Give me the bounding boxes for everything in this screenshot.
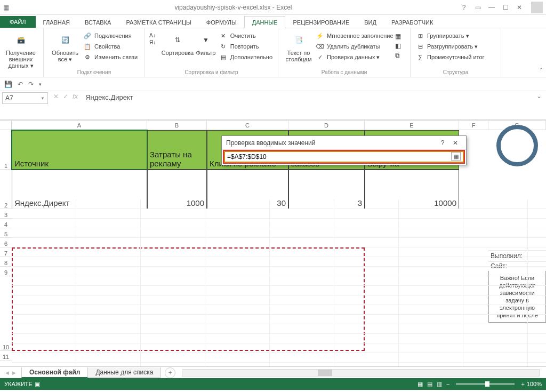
col-header-B[interactable]: B [147, 121, 207, 130]
row-header-6[interactable]: 6 [0, 238, 12, 247]
cell-D2[interactable]: 3 [288, 170, 365, 209]
remove-dup-icon: ⌫ [316, 42, 324, 51]
cell-E2[interactable]: 10000 [365, 170, 459, 209]
subtotal-button[interactable]: ∑Промежуточный итог [415, 52, 496, 62]
tab-review[interactable]: РЕЦЕНЗИРОВАНИЕ [285, 17, 357, 28]
view-pagebreak-icon[interactable]: ▥ [437, 381, 442, 388]
minimize-icon[interactable]: — [485, 2, 498, 13]
cell-B2[interactable]: 1000 [147, 170, 207, 209]
cell-C2[interactable]: 30 [207, 170, 288, 209]
advanced-filter-button[interactable]: ▤Дополнительно [218, 52, 274, 62]
row-header-4[interactable]: 4 [0, 219, 12, 228]
row-header-2[interactable]: 2 [0, 170, 12, 209]
dialog-help-icon[interactable]: ? [436, 139, 449, 147]
new-sheet-button[interactable]: + [165, 367, 175, 378]
filter-button[interactable]: ▼ Фильтр [194, 30, 218, 68]
save-icon[interactable]: 💾 [4, 81, 12, 88]
flash-fill-button[interactable]: ⚡Мгновенное заполнение [315, 30, 395, 41]
cell-B1[interactable]: Затраты на рекламу [147, 130, 207, 170]
name-box[interactable]: A7 ▼ [2, 92, 48, 104]
reapply-button[interactable]: ↻Повторить [218, 41, 274, 52]
macro-record-icon[interactable]: ▣ [35, 381, 40, 388]
expand-formula-bar-icon[interactable]: ⌄ [536, 91, 546, 100]
connections-button[interactable]: 🔗Подключения [82, 30, 140, 41]
sort-desc-button[interactable]: Я↓ [149, 39, 162, 45]
data-validation-button[interactable]: ✓Проверка данных ▾ [315, 52, 395, 62]
row-header-10[interactable]: 10 [0, 276, 12, 351]
row-header-9[interactable]: 9 [0, 267, 12, 276]
group-button[interactable]: ⊞Группировать ▾ [415, 30, 496, 41]
ungroup-button[interactable]: ⊟Разгруппировать ▾ [415, 41, 496, 52]
qat-customize-icon[interactable]: ▾ [39, 82, 42, 87]
horizontal-scrollbar[interactable] [182, 369, 540, 377]
collapse-ribbon-button[interactable]: ˄ [540, 67, 543, 75]
zoom-out-icon[interactable]: − [446, 381, 449, 387]
close-icon[interactable]: ✕ [513, 2, 526, 13]
view-normal-icon[interactable]: ▦ [417, 381, 423, 388]
range-picker-icon[interactable]: ▦ [451, 152, 461, 161]
cell-A1[interactable]: Источник [12, 130, 147, 170]
consolidate-icon[interactable]: ▦ [395, 33, 406, 40]
remove-duplicates-button[interactable]: ⌫Удалить дубликаты [315, 41, 395, 52]
zoom-in-icon[interactable]: + [521, 381, 524, 387]
col-header-C[interactable]: C [207, 121, 288, 130]
zoom-slider[interactable] [456, 383, 515, 385]
formula-bar-row: A7 ▼ ✕ ✓ fx Яндекс.Директ ⌄ [0, 91, 546, 120]
sheet-nav-first-icon[interactable]: ◀ [5, 370, 9, 375]
help-icon[interactable]: ? [457, 2, 470, 13]
user-avatar[interactable] [531, 2, 543, 13]
relations-icon[interactable]: ⧉ [395, 52, 406, 59]
sort-asc-button[interactable]: А↓ [149, 33, 162, 38]
row-header-8[interactable]: 8 [0, 257, 12, 267]
row-header-5[interactable]: 5 [0, 228, 12, 238]
formula-bar[interactable]: Яндекс.Директ [81, 91, 536, 101]
tab-data[interactable]: ДАННЫЕ [244, 16, 286, 28]
whatif-icon[interactable]: ◧ [395, 42, 406, 50]
name-box-dropdown-icon[interactable]: ▼ [41, 96, 45, 101]
sheet-nav-last-icon[interactable]: ▶ [12, 370, 16, 375]
dialog-range-input[interactable] [224, 151, 464, 163]
ribbon-opts-icon[interactable]: ▭ [471, 2, 484, 13]
select-all-corner[interactable] [0, 121, 12, 130]
edit-links-button[interactable]: ⚙Изменить связи [82, 52, 140, 62]
insert-function-icon[interactable]: fx [73, 92, 78, 100]
cancel-formula-icon[interactable]: ✕ [53, 93, 59, 100]
redo-icon[interactable]: ↷ [28, 81, 34, 88]
get-external-data-button[interactable]: 🗃️ Получение внешних данных ▾ [4, 30, 37, 69]
properties-button[interactable]: 📋Свойства [82, 41, 140, 52]
undo-icon[interactable]: ↶ [18, 81, 23, 88]
tab-file[interactable]: ФАЙЛ [0, 16, 36, 28]
col-header-A[interactable]: A [12, 121, 147, 130]
sheet-tab-listdata[interactable]: Данные для списка [87, 367, 161, 378]
col-header-F[interactable]: F [459, 121, 488, 130]
refresh-all-button[interactable]: 🔄 Обновить все ▾ [48, 30, 82, 68]
sort-button[interactable]: ⇅ Сортировка [162, 30, 194, 68]
tab-developer[interactable]: РАЗРАБОТЧИК [384, 17, 440, 28]
dialog-close-icon[interactable]: ✕ [449, 139, 462, 147]
clear-filter-button[interactable]: ✕Очистить [218, 30, 274, 41]
col-header-E[interactable]: E [365, 121, 459, 130]
text-to-columns-button[interactable]: 📑 Текст по столбцам [283, 30, 315, 68]
view-pagelayout-icon[interactable]: ▤ [427, 381, 432, 388]
tab-formulas[interactable]: ФОРМУЛЫ [199, 17, 244, 28]
column-headers: A B C D E F G [0, 121, 546, 130]
maximize-icon[interactable]: ☐ [499, 2, 512, 13]
enter-formula-icon[interactable]: ✓ [63, 93, 68, 100]
sheet-tab-main[interactable]: Основной файл [21, 367, 88, 378]
tab-view[interactable]: ВИД [357, 17, 384, 28]
ribbon-tabs: ФАЙЛ ГЛАВНАЯ ВСТАВКА РАЗМЕТКА СТРАНИЦЫ Ф… [0, 15, 546, 28]
row-header-1[interactable]: 1 [0, 130, 12, 170]
title-bar: ▦ vipadayoushiy-spisok-v-excel.xlsx - Ex… [0, 0, 546, 15]
row-header-7[interactable]: 7 [0, 247, 12, 257]
reapply-icon: ↻ [219, 42, 228, 51]
cell-A2[interactable]: Яндекс.Директ [12, 170, 147, 209]
external-data-icon: 🗃️ [12, 31, 29, 49]
row-header-11[interactable]: 11 [0, 351, 12, 361]
tab-home[interactable]: ГЛАВНАЯ [36, 17, 77, 28]
tab-pagelayout[interactable]: РАЗМЕТКА СТРАНИЦЫ [118, 17, 198, 28]
zoom-level[interactable]: 100% [527, 381, 542, 387]
row-header-3[interactable]: 3 [0, 209, 12, 219]
side-note: Важно! Если действующег зависимости зада… [488, 271, 546, 323]
tab-insert[interactable]: ВСТАВКА [77, 17, 118, 28]
col-header-D[interactable]: D [288, 121, 365, 130]
